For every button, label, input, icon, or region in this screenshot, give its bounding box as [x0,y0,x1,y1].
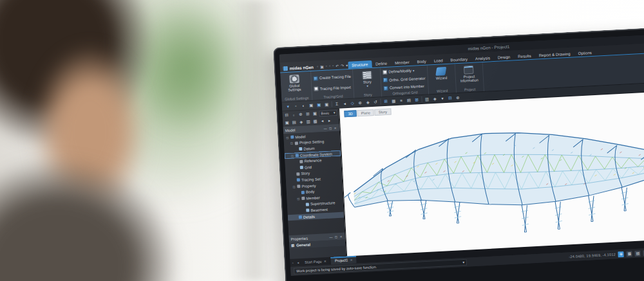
panel-toolbar-icon[interactable]: ▥ [305,118,312,125]
new-file-icon[interactable]: ▫ [317,64,319,69]
panel-title: Model [285,128,296,132]
toolbar-icon[interactable]: ▣ [316,102,322,108]
plant-foliage-dark [132,0,242,135]
toolbar-icon[interactable]: ▦ [390,98,397,104]
toolbar-icon[interactable]: ⊕ [357,99,363,105]
toolbar-icon[interactable]: ◂ [341,100,348,107]
brand-label: midas nGen [290,65,314,71]
tab-member[interactable]: Member [391,59,413,67]
quick-access-toolbar: ▫ ▣ ▫ ▫ ▫ ↶ ↷ ▾ [317,63,348,71]
panel-pin-icons[interactable]: — ⊡ ✕ [329,234,343,239]
toolbar-icon[interactable]: ◈ [431,95,438,102]
create-tracing-file-button[interactable]: Create Tracing File [314,74,351,80]
panel-toolbar-icon[interactable]: ⊟ [283,112,290,118]
tab-load[interactable]: Load [430,57,446,64]
story-icon [362,71,372,80]
view-tab-3d[interactable]: 3D [344,110,357,117]
convert-member-icon [384,86,388,90]
toolbar-icon[interactable]: Σ [334,100,340,107]
property-group-label: General [296,242,310,247]
toolbar-icon[interactable]: ▥ [424,96,430,102]
panel-toolbar-icon[interactable]: ◂ [319,118,326,124]
view-tab-story[interactable]: Story [375,109,392,116]
tracing-file-import-button[interactable]: Tracing File Import [314,85,352,91]
toolbar-icon[interactable]: ⊠ [413,96,420,103]
panel-toolbar-icon[interactable]: ▦ [312,118,319,124]
pin-icon[interactable]: ▫ [332,64,334,68]
point-snap-icon[interactable]: ▤ [635,250,641,256]
toolbar-icon[interactable]: ⊟ [447,95,453,101]
panel-title: Properties [290,236,308,240]
button-label: Create Tracing File [319,75,351,80]
undo-icon[interactable]: ↶ [336,64,339,68]
panel-pin-icons[interactable]: — ⊡ ✕ [323,125,337,130]
tab-report-drawing[interactable]: Report & Drawing [535,50,574,59]
toolbar-icon[interactable]: ≡ [398,97,404,104]
toolbar-icon[interactable]: ▾ [439,95,446,102]
button-label: Tracing File Import [320,86,351,91]
tab-options[interactable]: Options [574,49,596,57]
close-icon[interactable]: ✕ [350,258,353,262]
view-tab-plane[interactable]: Plane [357,109,374,116]
save-icon[interactable]: ▫ [325,64,327,69]
redo-icon[interactable]: ↷ [341,63,344,68]
monitor-bezel: midas nGen - Project1 – ❏ ✕ midas nGen ▫… [273,25,644,281]
button-label: Define/Modify [388,69,412,74]
person-hair [0,0,155,148]
project-information-button[interactable]: Project Information [457,64,481,87]
tab-results[interactable]: Results [514,52,535,60]
tracing-file-icon [314,76,318,80]
open-file-icon[interactable]: ▣ [320,64,324,69]
tab-analysis[interactable]: Analysis [471,54,495,62]
toolbar-icon[interactable]: ▾ [285,103,292,109]
window-title: midas nGen - Project1 [468,44,509,51]
panel-toolbar-icon[interactable]: ⊞ [305,111,311,117]
snap-globe-icon[interactable]: ⊕ [618,251,624,257]
ribbon-group-global-settings: Global Settings Global Settings [280,71,313,102]
photo-scene: midas nGen - Project1 – ❏ ✕ midas nGen ▫… [0,0,644,281]
panel-toolbar-icon[interactable]: ▸ [327,117,333,123]
define-modify-button[interactable]: Define/Modify ▾ [383,68,425,74]
panel-toolbar-icon[interactable]: ▣ [312,111,318,117]
panel-toolbar-icon[interactable]: ◈ [298,119,305,125]
toolbar-icon[interactable]: ◈ [365,99,371,105]
dropdown-value: Basic [321,111,329,116]
toolbar-icon[interactable]: ↺ [372,98,379,105]
viewport-canvas[interactable]: 3D Plane Story [339,89,644,256]
panel-toolbar-icon[interactable]: ⊕ [298,111,304,118]
tab-body[interactable]: Body [413,57,430,65]
button-label: Global Settings [283,83,307,93]
button-label: Ortho. Grid Generator [389,76,426,82]
toolbar-icon[interactable]: ◐ [301,102,307,109]
project-info-icon [464,66,474,75]
close-icon[interactable]: ✕ [324,259,327,263]
tab-label: Project1 [335,258,348,262]
toolbar-icon[interactable]: ⊞ [383,98,389,104]
wizard-button[interactable]: Wizard [430,65,454,89]
import-file-icon [314,87,319,91]
panel-toolbar-icon[interactable]: ▫ [290,111,297,118]
print-icon[interactable]: ▫ [329,64,331,68]
tab-design[interactable]: Design [494,53,515,61]
toolbar-icon[interactable]: ◇ [349,100,355,106]
panel-toolbar-icon[interactable]: ▣ [284,120,290,126]
toolbar-icon[interactable]: ▫ [293,103,299,109]
toolbar-icon[interactable]: ⊕ [455,94,461,100]
ortho-grid-generator-button[interactable]: Ortho. Grid Generator [383,76,426,82]
chevron-down-icon: ▾ [366,85,368,89]
selection-set-dropdown[interactable]: Basic ▾ [319,109,337,116]
tab-boundary[interactable]: Boundary [446,55,471,64]
tab-define[interactable]: Define [372,59,391,68]
expand-icon: ⊞ [291,244,294,248]
panel-toolbar-icon[interactable]: ▤ [291,119,298,125]
global-settings-button[interactable]: Global Settings [282,73,307,96]
toolbar-icon[interactable]: ▣ [323,101,330,107]
chevron-down-icon[interactable]: ▾ [462,260,464,264]
story-button[interactable]: Story ▾ [355,69,379,93]
ribbon-group-orthogonal-grid: Define/Modify ▾ Ortho. Grid Generator Co… [381,66,429,97]
toolbar-icon[interactable]: ▤ [406,96,412,103]
tab-structure[interactable]: Structure [348,60,372,69]
wizard-icon [435,67,446,76]
toolbar-icon[interactable]: ▣ [308,102,315,108]
grid-snap-icon[interactable]: ▦ [627,251,632,257]
